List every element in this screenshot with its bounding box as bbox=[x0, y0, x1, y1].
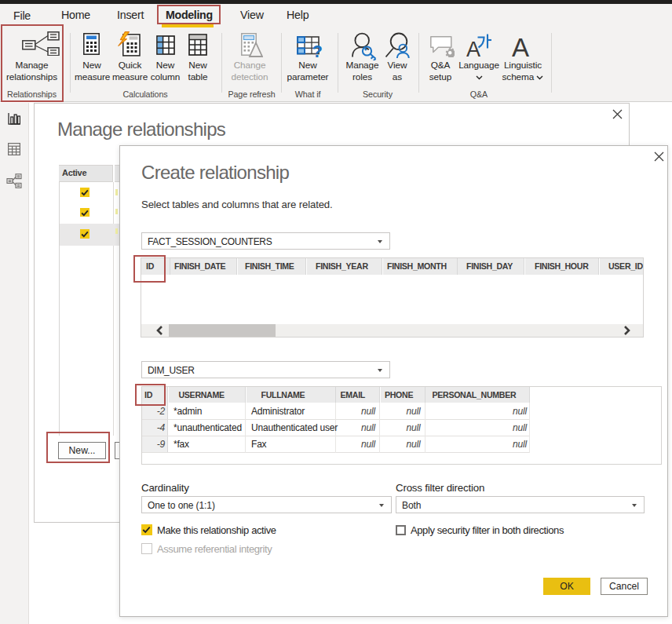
svg-text:A: A bbox=[466, 38, 480, 57]
svg-text:A: A bbox=[512, 33, 529, 58]
svg-text:?: ? bbox=[312, 42, 323, 61]
